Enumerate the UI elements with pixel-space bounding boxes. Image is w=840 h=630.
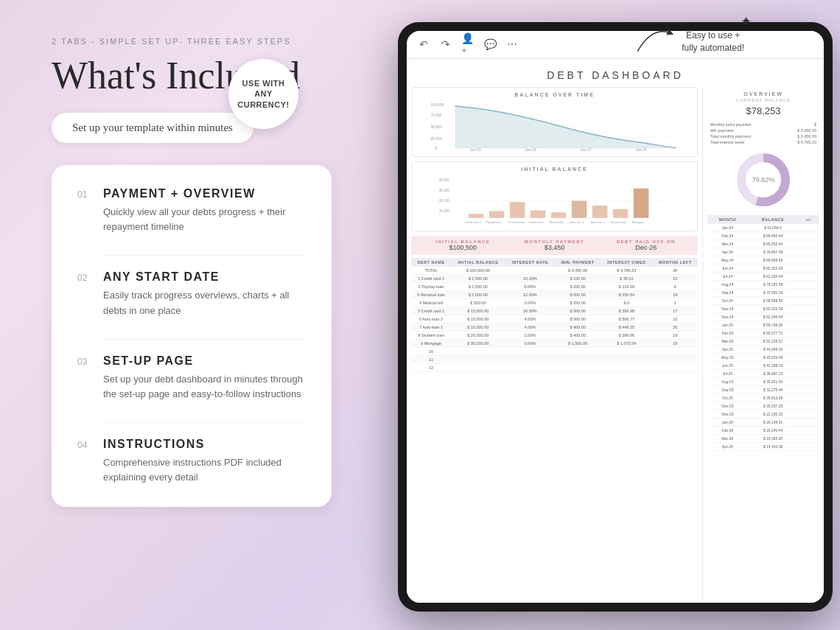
list-item: Sep-24$ 75,030.29 bbox=[707, 289, 819, 297]
cell: $ 500.00 bbox=[555, 315, 601, 323]
table-row: 1 Credit card 2$ 2,500.0010.00%$ 100.00$… bbox=[411, 275, 698, 283]
list-item: Jun-25$ 42,298.13 bbox=[707, 362, 819, 370]
cell: $ 14,420.36 bbox=[748, 443, 799, 451]
cell: Aug-24 bbox=[707, 281, 748, 289]
cell: $ 500.00 bbox=[451, 299, 505, 307]
cell: $ 15,000.00 bbox=[451, 307, 505, 315]
divider-1 bbox=[103, 255, 306, 256]
table-row: 4 Medical bill$ 500.000.00%$ 250.00$ 01 bbox=[411, 299, 698, 307]
svg-rect-30 bbox=[613, 209, 629, 218]
table-row: 9 Mortgage$ 30,000.003.00%$ 1,500.00$ 1,… bbox=[411, 340, 698, 348]
cell: 2 Payday loan bbox=[411, 283, 451, 291]
feature-title-4: INSTRUCTIONS bbox=[103, 438, 205, 451]
feature-header-1: 01 PAYMENT + OVERVIEW bbox=[77, 187, 306, 200]
col-month: MONTH bbox=[707, 215, 748, 224]
cell: Jan-26 bbox=[707, 419, 748, 427]
feature-title-1: PAYMENT + OVERVIEW bbox=[103, 187, 256, 200]
cell: $ 22,150.32 bbox=[748, 410, 799, 419]
cell: 8 bbox=[653, 283, 698, 291]
tablet-container: ↶ ↷ 👤+ 💬 ⋯ DEBT DASHBOARD bbox=[398, 22, 833, 612]
cell bbox=[653, 356, 698, 364]
svg-text:Payday loan: Payday loan bbox=[486, 221, 500, 224]
comment-icon[interactable]: 💬 bbox=[483, 38, 497, 52]
cell: May-25 bbox=[707, 354, 748, 362]
cell: $ 32,275.44 bbox=[748, 386, 799, 394]
cell bbox=[798, 240, 819, 248]
monthly-payment-value: $3,450 bbox=[508, 244, 600, 251]
table-row: 12 bbox=[411, 364, 698, 372]
cell: $ 400.00 bbox=[555, 323, 601, 332]
cell: 5 Credit card 1 bbox=[411, 307, 451, 315]
cell: $ 75,030.29 bbox=[748, 289, 799, 297]
cell: $ 4,795.23 bbox=[601, 267, 652, 275]
cell bbox=[798, 362, 819, 370]
cell bbox=[798, 313, 819, 321]
table-row: 11 bbox=[411, 356, 698, 364]
cell: $ 1,075.54 bbox=[601, 340, 652, 348]
list-item: Mar-25$ 52,228.57 bbox=[707, 337, 819, 346]
cell: $ 25,537.25 bbox=[748, 402, 799, 410]
cell: Apr-24 bbox=[707, 248, 748, 256]
easy-use-text: Easy to use +fully automated! bbox=[682, 29, 744, 55]
cell bbox=[798, 248, 819, 256]
feature-header-3: 03 SET-UP PAGE bbox=[77, 354, 306, 368]
svg-text:20,000: 20,000 bbox=[439, 199, 450, 203]
cell bbox=[798, 354, 819, 362]
cell: 4.00% bbox=[505, 323, 555, 332]
cell: $ 448.25 bbox=[601, 323, 652, 332]
cell: $ 599.98 bbox=[601, 307, 652, 315]
list-item: Feb-26$ 18,240.44 bbox=[707, 427, 819, 435]
cell: $ 35.10 bbox=[601, 275, 652, 283]
cell: $ 38,967.13 bbox=[748, 370, 799, 378]
cell: $ 100.00 bbox=[555, 275, 601, 283]
list-item: May-25$ 45,639.49 bbox=[707, 354, 819, 362]
cell bbox=[653, 364, 698, 372]
cell: 3.00% bbox=[505, 340, 555, 348]
svg-text:Jan-28: Jan-28 bbox=[636, 147, 648, 152]
svg-text:30,000: 30,000 bbox=[439, 189, 450, 192]
cell bbox=[798, 402, 819, 410]
col-balance: BALANCE bbox=[748, 215, 799, 224]
cell: $ 35,621.54 bbox=[748, 378, 799, 386]
list-item: Oct-25$ 28,913.66 bbox=[707, 394, 819, 402]
cell: 22 bbox=[653, 315, 698, 323]
add-person-icon[interactable]: 👤+ bbox=[461, 38, 475, 52]
cell bbox=[798, 337, 819, 346]
cell: 20.00% bbox=[505, 307, 555, 315]
cell: $ 78,252.98 bbox=[748, 281, 799, 289]
cell: $ 2,500.00 bbox=[451, 283, 505, 291]
list-item: Dec-25$ 22,150.32 bbox=[707, 410, 819, 419]
cell bbox=[798, 273, 819, 281]
cell: $ 20,000.00 bbox=[451, 332, 505, 340]
cell: $ 85,052.94 bbox=[748, 240, 799, 248]
debt-table-container[interactable]: DEBT NAME INITIAL BALANCE INTEREST RATE … bbox=[411, 258, 698, 372]
cell bbox=[505, 348, 555, 356]
cell: $ 396.96 bbox=[601, 332, 652, 340]
cell: $ 45,639.49 bbox=[748, 354, 799, 362]
cell: $ 16,325.90 bbox=[748, 435, 799, 443]
debt-paid-off-summary: DEBT PAID OFF ON Dec-26 bbox=[601, 239, 692, 251]
more-icon[interactable]: ⋯ bbox=[505, 38, 519, 52]
cell bbox=[798, 329, 819, 337]
feature-number-3: 03 bbox=[77, 354, 103, 367]
month-table-container[interactable]: MONTH BALANCE +/- Jan-24$ 91,050.0 Feb-2… bbox=[707, 215, 819, 451]
features-card: 01 PAYMENT + OVERVIEW Quickly view all y… bbox=[52, 165, 332, 507]
list-item: Nov-24$ 65,322.03 bbox=[707, 305, 819, 313]
feature-item-2: 02 ANY START DATE Easily track progress … bbox=[77, 270, 306, 318]
initial-balance-summary: INITIAL BALANCE $100,500 bbox=[417, 239, 508, 251]
cell: 0.00% bbox=[505, 299, 555, 307]
cell: 1 bbox=[653, 299, 698, 307]
list-item: Jan-24$ 91,050.0 bbox=[707, 224, 819, 232]
cell: $ 30,000.00 bbox=[451, 340, 505, 348]
overview-label-2: Min payment bbox=[710, 128, 734, 133]
cell: Jul-25 bbox=[707, 370, 748, 378]
tablet-toolbar: ↶ ↷ 👤+ 💬 ⋯ bbox=[407, 31, 824, 59]
cell bbox=[798, 394, 819, 402]
undo-icon[interactable]: ↶ bbox=[417, 38, 430, 52]
line-chart: 100,000 75,000 50,000 25,000 0 bbox=[418, 100, 691, 152]
feature-desc-2: Easily track progress overviews, charts … bbox=[103, 288, 306, 318]
cell: $ 28,913.66 bbox=[748, 394, 799, 402]
cell bbox=[451, 348, 505, 356]
redo-icon[interactable]: ↷ bbox=[439, 38, 452, 52]
svg-rect-24 bbox=[489, 211, 505, 217]
